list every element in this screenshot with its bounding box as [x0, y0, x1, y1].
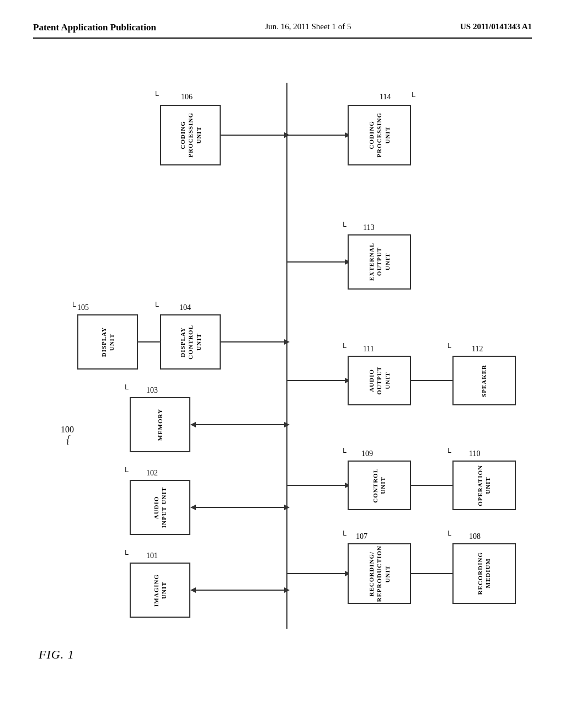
svg-marker-6 — [284, 505, 290, 510]
ref-107: 107 — [356, 532, 367, 541]
block-104-label: DISPLAYCONTROLUNIT — [179, 325, 202, 360]
block-110-label: OPERATIONUNIT — [476, 465, 492, 506]
ref-110: 110 — [469, 449, 480, 458]
block-105-label: DISPLAYUNIT — [100, 327, 116, 357]
ref-109: 109 — [361, 449, 373, 458]
publication-title: Patent Application Publication — [33, 22, 156, 33]
publication-date-sheet: Jun. 16, 2011 Sheet 1 of 5 — [265, 22, 351, 31]
ref-105: 105 — [77, 303, 89, 312]
block-108: RECORDINGMEDIUM — [452, 543, 516, 604]
svg-marker-3 — [284, 587, 290, 593]
block-104: DISPLAYCONTROLUNIT — [160, 314, 221, 370]
publication-number: US 2011/0141343 A1 — [460, 22, 532, 31]
svg-marker-17 — [284, 132, 290, 138]
block-103: MEMORY — [130, 397, 190, 452]
block-102-label: AUDIOINPUT UNIT — [152, 487, 168, 528]
ref-114: 114 — [380, 93, 391, 101]
block-107: RECORDING/REPRODUCTIONUNIT — [348, 543, 411, 604]
ref-104: 104 — [179, 303, 191, 312]
block-111-label: AUDIOOUTPUTUNIT — [367, 366, 391, 395]
ref-111: 111 — [363, 345, 374, 354]
svg-marker-12 — [284, 339, 290, 345]
block-114-label: CODINGPROCESSINGUNIT — [367, 113, 391, 158]
ref-112: 112 — [472, 345, 483, 354]
svg-marker-5 — [190, 505, 196, 510]
ref-101: 101 — [146, 552, 158, 560]
page: Patent Application Publication Jun. 16, … — [0, 0, 565, 728]
svg-marker-9 — [284, 422, 290, 427]
block-114: CODINGPROCESSINGUNIT — [348, 105, 411, 165]
block-103-label: MEMORY — [156, 409, 164, 441]
ref-102: 102 — [146, 469, 158, 478]
svg-marker-8 — [190, 422, 196, 427]
block-106: CODINGPROCESSINGUNIT — [160, 105, 221, 165]
figure-label: FIG. 1 — [39, 647, 74, 662]
block-101: IMAGINGUNIT — [130, 563, 190, 618]
block-112: SPEAKER — [452, 356, 516, 405]
block-113: EXTERNALOUTPUTUNIT — [348, 234, 411, 290]
ref-108: 108 — [469, 532, 481, 541]
block-111: AUDIOOUTPUTUNIT — [348, 356, 411, 405]
ref-106: 106 — [181, 93, 193, 101]
ref-103: 103 — [146, 386, 158, 395]
block-102: AUDIOINPUT UNIT — [130, 480, 190, 535]
block-109-label: CONTROLUNIT — [371, 468, 387, 503]
block-110: OPERATIONUNIT — [452, 461, 516, 510]
block-113-label: EXTERNALOUTPUTUNIT — [367, 243, 391, 281]
block-105: DISPLAYUNIT — [77, 314, 138, 370]
diagram-area: 100 { IMAGINGUNIT 101 └ AUDIOINPUT UNIT … — [33, 50, 532, 684]
block-101-label: IMAGINGUNIT — [152, 574, 168, 607]
block-109: CONTROLUNIT — [348, 461, 411, 510]
block-107-label: RECORDING/REPRODUCTIONUNIT — [367, 545, 391, 602]
page-header: Patent Application Publication Jun. 16, … — [33, 22, 532, 39]
block-106-label: CODINGPROCESSINGUNIT — [179, 113, 202, 158]
svg-marker-2 — [190, 587, 196, 593]
ref-113: 113 — [363, 223, 374, 232]
block-108-label: RECORDINGMEDIUM — [476, 552, 492, 595]
svg-marker-34 — [284, 132, 290, 138]
block-112-label: SPEAKER — [480, 365, 488, 397]
